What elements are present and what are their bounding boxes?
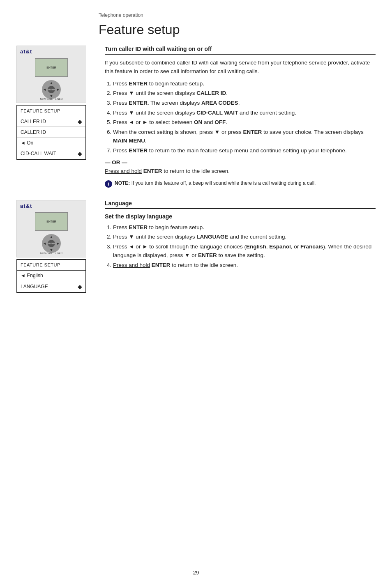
dpad-down: ▼ <box>50 94 53 98</box>
lang-step-4: Press and hold ENTER to return to the id… <box>113 261 376 270</box>
lcd-row-caller-id-title: CALLER ID <box>17 127 85 138</box>
lcd-diamond-lang: ◆ <box>78 283 82 290</box>
step-4: Press ▼ until the screen displays CID-CA… <box>113 108 376 117</box>
step-2: Press ▼ until the screen displays CALLER… <box>113 89 376 98</box>
lcd-row-language: LANGUAGE ◆ <box>17 281 85 292</box>
dpad-up-lang: ▲ <box>50 235 53 239</box>
lang-step-2: Press ▼ until the screen displays LANGUA… <box>113 232 376 241</box>
device-image-language: at&t ENTER ▲ ▼ ◄ ► ENTER <box>16 200 86 257</box>
device-image-caller-id: at&t ENTER ▲ ▼ ◄ ► ENTER <box>16 46 86 103</box>
dpad-center-lang: ENTER <box>48 240 55 247</box>
dpad-left-lang: ◄ <box>43 241 46 246</box>
language-device-panel: at&t ENTER ▲ ▼ ◄ ► ENTER <box>16 200 92 293</box>
device-screen-lang: ENTER <box>35 212 68 231</box>
language-heading: Language <box>105 200 376 209</box>
lang-step-3: Press ◄ or ► to scroll through the langu… <box>113 242 376 260</box>
language-steps: Press ENTER to begin feature setup. Pres… <box>105 223 376 270</box>
caller-id-section: at&t ENTER ▲ ▼ ◄ ► ENTER <box>16 46 376 188</box>
lcd-diamond-2: ◆ <box>78 150 82 157</box>
note-box: i NOTE: If you turn this feature off, a … <box>105 180 376 188</box>
dpad-right: ► <box>56 87 60 92</box>
lcd-display-language: FEATURE SETUP ◄ English LANGUAGE ◆ <box>16 259 86 293</box>
device-bottom-bar: NEW CALL LINE 2 <box>17 98 86 100</box>
page-number: 29 <box>193 570 199 576</box>
lcd-row-feature-setup-lang: FEATURE SETUP <box>17 260 85 271</box>
line2-label: LINE 2 <box>55 98 62 100</box>
enter-label-lang: ENTER <box>48 242 55 245</box>
device-brand: at&t <box>20 48 32 55</box>
step-1: Press ENTER to begin feature setup. <box>113 79 376 88</box>
lang-step-1: Press ENTER to begin feature setup. <box>113 223 376 232</box>
or-divider: — OR — <box>105 159 376 165</box>
lcd-row-caller-id-menu: CALLER ID ◆ <box>17 116 85 127</box>
device-screen: ENTER <box>35 58 68 77</box>
lcd-display-caller-id: FEATURE SETUP CALLER ID ◆ CALLER ID ◄ On… <box>16 105 86 160</box>
dpad: ▲ ▼ ◄ ► ENTER <box>42 80 61 99</box>
dpad-right-lang: ► <box>56 241 60 246</box>
lcd-row-cid-call-wait: CID-CALL WAIT ◆ <box>17 148 85 159</box>
language-subheading: Set the display language <box>105 213 376 220</box>
language-section: at&t ENTER ▲ ▼ ◄ ► ENTER <box>16 200 376 293</box>
screen-label-lang: ENTER <box>46 220 56 223</box>
device-bottom-bar-lang: NEW CALL LINE 2 <box>17 252 86 255</box>
lcd-diamond-1: ◆ <box>78 118 82 125</box>
dpad-center: ENTER <box>48 86 55 93</box>
caller-id-intro: If you subscribe to combined caller ID w… <box>105 59 376 76</box>
new-call-label: NEW CALL <box>40 98 53 100</box>
caller-id-steps: Press ENTER to begin feature setup. Pres… <box>105 79 376 155</box>
dpad-lang: ▲ ▼ ◄ ► ENTER <box>42 234 61 253</box>
or-action: Press and hold ENTER to return to the id… <box>105 167 376 176</box>
step-5: Press ◄ or ► to select between ON and OF… <box>113 118 376 127</box>
device-brand-lang: at&t <box>20 203 32 209</box>
screen-label: ENTER <box>46 66 56 69</box>
note-text: NOTE: If you turn this feature off, a be… <box>115 180 316 187</box>
enter-label: ENTER <box>48 88 55 91</box>
caller-id-heading: Turn caller ID with call waiting on or o… <box>105 46 376 55</box>
caller-id-content: Turn caller ID with call waiting on or o… <box>105 46 376 188</box>
step-7: Press ENTER to return to the main featur… <box>113 146 376 155</box>
dpad-up: ▲ <box>50 81 53 85</box>
step-3: Press ENTER. The screen displays AREA CO… <box>113 99 376 108</box>
dpad-down-lang: ▼ <box>50 248 53 252</box>
lcd-row-feature-setup: FEATURE SETUP <box>17 106 85 116</box>
language-content: Language Set the display language Press … <box>105 200 376 293</box>
new-call-label-lang: NEW CALL <box>40 252 53 255</box>
line2-label-lang: LINE 2 <box>55 252 62 255</box>
lcd-row-english: ◄ English <box>17 271 85 281</box>
lcd-row-on: ◄ On <box>17 138 85 148</box>
caller-id-device-panel: at&t ENTER ▲ ▼ ◄ ► ENTER <box>16 46 92 188</box>
page-title: Feature setup <box>99 22 376 37</box>
note-icon: i <box>105 180 112 188</box>
dpad-left: ◄ <box>43 87 46 92</box>
breadcrumb: Telephone operation <box>99 12 376 18</box>
step-6: When the correct setting is shown, press… <box>113 128 376 145</box>
